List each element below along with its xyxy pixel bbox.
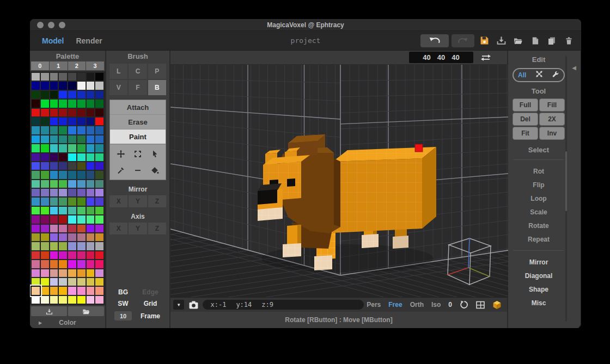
palette-swatch[interactable]: [50, 207, 58, 214]
palette-swatch[interactable]: [77, 225, 86, 232]
projection-free[interactable]: Free: [388, 301, 402, 309]
palette-swatch[interactable]: [59, 144, 67, 152]
palette-swatch[interactable]: [41, 233, 49, 241]
brush-action-erase[interactable]: Erase: [110, 115, 166, 129]
palette-swatch[interactable]: [32, 144, 40, 152]
palette-swatch[interactable]: [59, 189, 67, 196]
palette-swatch[interactable]: [77, 287, 86, 294]
edit-item-rot[interactable]: Rot: [513, 164, 565, 178]
palette-swatch[interactable]: [32, 162, 40, 170]
palette-swatch[interactable]: [50, 91, 58, 98]
palette-swatch[interactable]: [41, 287, 49, 294]
palette-swatch[interactable]: [68, 215, 76, 223]
brush-mode-f[interactable]: F: [129, 80, 147, 95]
new-file-button[interactable]: [528, 34, 542, 47]
palette-swatch[interactable]: [50, 153, 58, 161]
palette-swatch[interactable]: [59, 126, 67, 134]
edit-scrollbar[interactable]: [565, 56, 567, 322]
edit-item-misc[interactable]: Misc: [513, 296, 565, 310]
axis-y-button[interactable]: Y: [129, 223, 147, 235]
palette-swatch[interactable]: [50, 171, 58, 178]
palette-swatch[interactable]: [32, 278, 40, 286]
palette-swatch[interactable]: [59, 287, 67, 294]
palette-swatch[interactable]: [32, 180, 40, 188]
picker-tool-button[interactable]: [112, 164, 129, 176]
palette-swatch[interactable]: [50, 233, 58, 241]
edit-item-repeat[interactable]: Repeat: [513, 232, 565, 246]
palette-swatch[interactable]: [59, 91, 67, 98]
palette-swatch[interactable]: [68, 153, 76, 161]
palette-swatch[interactable]: [95, 100, 103, 107]
viewport-3d-canvas[interactable]: [170, 65, 508, 297]
palette-tab-2[interactable]: 2: [68, 61, 86, 70]
palette-swatch[interactable]: [59, 225, 67, 232]
reset-rotation-button[interactable]: [460, 300, 468, 309]
palette-swatch[interactable]: [95, 109, 103, 116]
palette-swatch[interactable]: [87, 215, 95, 223]
palette-swatch[interactable]: [50, 189, 58, 196]
palette-swatch[interactable]: [95, 198, 103, 205]
palette-swatch[interactable]: [41, 153, 49, 161]
palette-swatch[interactable]: [41, 269, 49, 277]
grid-toggle[interactable]: Grid: [136, 300, 165, 307]
mirror-y-button[interactable]: Y: [129, 195, 147, 207]
palette-swatch[interactable]: [59, 296, 67, 304]
palette-swatch[interactable]: [32, 82, 40, 89]
palette-swatch[interactable]: [59, 135, 67, 143]
tool-button-fit[interactable]: Fit: [513, 127, 538, 140]
palette-swatch[interactable]: [50, 126, 58, 134]
palette-swatch[interactable]: [95, 171, 103, 178]
palette-swatch[interactable]: [32, 215, 40, 223]
projection-orth[interactable]: Orth: [410, 301, 424, 309]
palette-swatch[interactable]: [77, 207, 86, 214]
palette-swatch[interactable]: [87, 171, 95, 178]
view-dropdown-button[interactable]: ▼: [173, 300, 184, 310]
palette-swatch[interactable]: [59, 260, 67, 268]
brush-action-attach[interactable]: Attach: [110, 100, 166, 115]
palette-swatch[interactable]: [95, 225, 103, 232]
axis-x-button[interactable]: X: [109, 223, 127, 235]
palette-swatch[interactable]: [68, 260, 76, 268]
palette-swatch[interactable]: [68, 207, 76, 214]
palette-swatch[interactable]: [68, 144, 76, 152]
palette-swatch[interactable]: [50, 73, 58, 81]
tool-button-full[interactable]: Full: [513, 98, 538, 112]
palette-swatch[interactable]: [77, 189, 86, 196]
palette-swatch[interactable]: [59, 198, 67, 205]
palette-swatch[interactable]: [87, 225, 95, 232]
palette-swatch[interactable]: [68, 73, 76, 81]
bg-toggle[interactable]: BG: [111, 288, 136, 296]
edit-item-rotate[interactable]: Rotate: [513, 219, 565, 232]
palette-swatch[interactable]: [32, 269, 40, 277]
palette-swatch[interactable]: [77, 144, 86, 152]
palette-swatch[interactable]: [87, 233, 95, 241]
palette-swatch[interactable]: [68, 180, 76, 188]
palette-swatch[interactable]: [41, 225, 49, 232]
palette-swatch[interactable]: [87, 126, 95, 134]
axis-z-button[interactable]: Z: [148, 223, 166, 235]
palette-swatch[interactable]: [95, 180, 103, 188]
palette-swatch[interactable]: [59, 180, 67, 188]
brush-mode-v[interactable]: V: [109, 80, 127, 95]
palette-swatch[interactable]: [68, 278, 76, 286]
palette-swatch[interactable]: [32, 225, 40, 232]
palette-swatch[interactable]: [68, 242, 76, 250]
palette-swatch[interactable]: [77, 91, 86, 98]
edit-item-diagonal[interactable]: Diagonal: [513, 269, 565, 282]
palette-swatch[interactable]: [59, 251, 67, 259]
palette-swatch[interactable]: [59, 153, 67, 161]
palette-swatch[interactable]: [95, 251, 103, 259]
brush-mode-p[interactable]: P: [148, 64, 166, 79]
palette-swatch[interactable]: [68, 225, 76, 232]
palette-swatch[interactable]: [59, 278, 67, 286]
brush-mode-c[interactable]: C: [129, 64, 147, 79]
frame-count-button[interactable]: 10: [114, 311, 132, 320]
palette-swatch[interactable]: [32, 251, 40, 259]
edge-toggle[interactable]: Edge: [136, 288, 165, 296]
palette-swatch[interactable]: [95, 82, 103, 89]
palette-swatch[interactable]: [95, 242, 103, 250]
palette-swatch[interactable]: [95, 269, 103, 277]
palette-swatch[interactable]: [41, 109, 49, 116]
projection-iso[interactable]: Iso: [431, 301, 441, 309]
cursor-voxel[interactable]: [415, 144, 423, 152]
